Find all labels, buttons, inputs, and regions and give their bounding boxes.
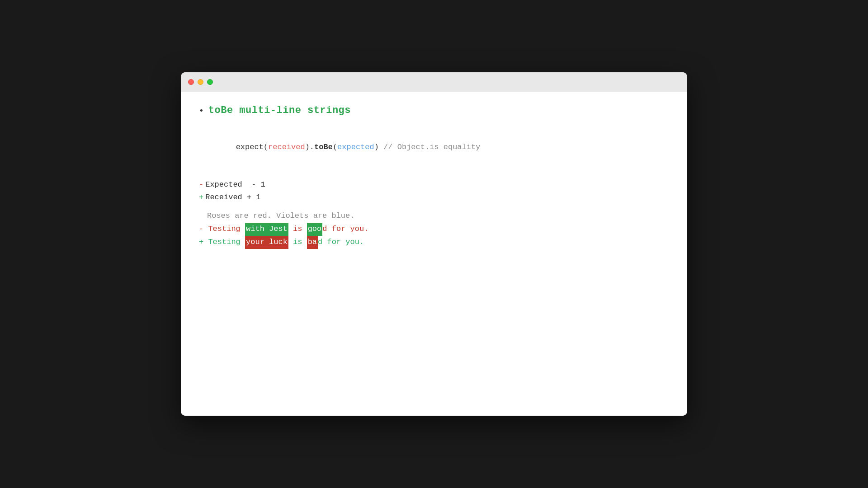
minus-middle: is (288, 223, 307, 236)
plus-middle: is (288, 236, 307, 249)
string-diff-minus-line: - Testing with Jest is goo d for you. (199, 223, 669, 236)
minus-sign: - (199, 178, 203, 192)
main-content: • toBe multi-line strings expect(receive… (181, 92, 687, 416)
plus-highlight-ba: ba (307, 236, 318, 249)
minus-prefix: - (199, 223, 208, 236)
test-heading: toBe multi-line strings (208, 105, 351, 116)
diff-section: - Expected - 1 + Received + 1 (199, 178, 669, 205)
minus-highlight-goo: goo (307, 223, 323, 236)
bullet-icon: • (199, 106, 204, 115)
close-button[interactable] (188, 79, 194, 85)
plus-highlight-luck: your luck (245, 236, 288, 249)
fn-tobe: ).toBe( (305, 143, 337, 151)
fn-close: ) (374, 143, 383, 151)
maximize-button[interactable] (207, 79, 213, 85)
fn-expect: expect( (236, 143, 268, 151)
received-value: + 1 (247, 191, 261, 204)
comment-text: // Object.is equality (383, 143, 480, 151)
minus-before: Testing (208, 223, 245, 236)
expected-label: Expected (205, 178, 242, 192)
received-spacing (242, 191, 247, 204)
app-window: • toBe multi-line strings expect(receive… (181, 72, 687, 416)
titlebar (181, 72, 687, 92)
plus-sign: + (199, 191, 203, 204)
plus-prefix: + (199, 236, 208, 249)
minimize-button[interactable] (198, 79, 203, 85)
param-expected: expected (337, 143, 374, 151)
received-label: Received (205, 191, 242, 204)
plus-before: Testing (208, 236, 245, 249)
plus-end: d for you. (318, 236, 364, 249)
string-diff-section: Roses are red. Violets are blue. - Testi… (199, 210, 669, 249)
minus-end: d for you. (322, 223, 368, 236)
neutral-line: Roses are red. Violets are blue. (199, 210, 669, 223)
code-line: expect(received).toBe(expected) // Objec… (199, 129, 669, 166)
diff-received-line: + Received + 1 (199, 191, 669, 204)
minus-highlight-jest: with Jest (245, 223, 288, 236)
param-received: received (268, 143, 305, 151)
expected-spacing (242, 178, 251, 192)
diff-expected-line: - Expected - 1 (199, 178, 669, 192)
code-block: expect(received).toBe(expected) // Objec… (199, 129, 669, 166)
heading-line: • toBe multi-line strings (199, 105, 669, 116)
string-diff-plus-line: + Testing your luck is ba d for you. (199, 236, 669, 249)
expected-value: - 1 (251, 178, 265, 192)
